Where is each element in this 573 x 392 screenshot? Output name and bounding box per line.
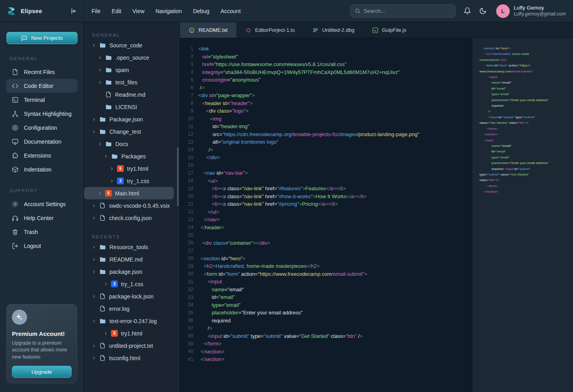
chevron-right-icon[interactable]	[92, 294, 96, 298]
dark-mode-moon-icon[interactable]	[479, 7, 487, 15]
chevron-right-icon[interactable]	[92, 216, 96, 220]
chevron-right-icon[interactable]	[98, 142, 102, 146]
chevron-right-icon[interactable]	[92, 319, 96, 323]
code-line[interactable]: 4 integrity="sha384-50oBUHEmvpQ+1lW4y57P…	[180, 68, 472, 76]
code-line[interactable]: 18 <ul>	[180, 177, 472, 185]
code-line[interactable]: 11 id="header-img"	[180, 123, 472, 131]
code-line[interactable]: 6 />	[180, 84, 472, 92]
tab-gulpfile-js[interactable]: js GulpFile.js	[363, 22, 415, 38]
tree-item[interactable]: 5 try1.html	[84, 327, 179, 339]
code-line[interactable]: 40 </section>	[180, 348, 472, 356]
upgrade-button[interactable]: Upgrade	[12, 366, 72, 378]
tree-item[interactable]: 3 try_1.css	[84, 278, 179, 290]
tree-item[interactable]: check.config.json	[84, 212, 179, 224]
code-line[interactable]: 20 <li><a class="nav-link" href="#how-it…	[180, 193, 472, 201]
code-line[interactable]: 7 <div id="page-wrapper">	[180, 92, 472, 99]
menu-item-account[interactable]: Account	[220, 8, 241, 14]
chevron-right-icon[interactable]	[92, 344, 96, 348]
code-line[interactable]: 33 id="email"	[180, 293, 472, 301]
tree-item[interactable]: test_files	[84, 76, 179, 88]
sidebar-item-documentation[interactable]: Documentation	[6, 135, 78, 148]
chevron-right-icon[interactable]	[104, 282, 108, 286]
tree-item[interactable]: Change_test	[84, 125, 179, 138]
code-line[interactable]: 25	[180, 231, 472, 239]
user-account[interactable]: L Luffy Gemoy Luffy.gemoy@gmail.com	[496, 4, 566, 18]
code-line[interactable]: 14 />	[180, 146, 472, 154]
chevron-right-icon[interactable]	[92, 245, 96, 249]
code-line[interactable]: 31 <input	[180, 278, 472, 286]
chevron-right-icon[interactable]	[92, 130, 96, 134]
chevron-right-icon[interactable]	[92, 270, 96, 274]
collapse-sidebar-icon[interactable]	[70, 8, 77, 15]
tree-item[interactable]: swdc-vscode-0.5.45.vsix	[84, 199, 179, 212]
code-line[interactable]: 39 </form>	[180, 340, 472, 348]
tree-item[interactable]: Packages	[84, 150, 179, 162]
tree-item[interactable]: package.json	[84, 265, 179, 278]
chevron-right-icon[interactable]	[98, 68, 102, 72]
code-line[interactable]: 28 <section id="hero">	[180, 255, 472, 263]
sidebar-item-logout[interactable]: Logout	[6, 239, 78, 253]
tree-item[interactable]: error.log	[84, 302, 179, 315]
tree-item[interactable]: untlited-project.txt	[84, 339, 179, 352]
avatar[interactable]: L	[496, 4, 510, 18]
code-line[interactable]: 9 <div class="logo">	[180, 107, 472, 115]
chevron-right-icon[interactable]	[98, 80, 102, 84]
code-line[interactable]: 2 rel="stylesheet"	[180, 53, 472, 61]
code-line[interactable]: 38 <input id="submit" type="submit" valu…	[180, 332, 472, 340]
code-line[interactable]: 32 name="email"	[180, 286, 472, 294]
chevron-right-icon[interactable]	[110, 179, 114, 183]
tree-item[interactable]: 3 try_1.css	[84, 175, 179, 187]
code-line[interactable]: 26 <div class="container"></div>	[180, 239, 472, 247]
tree-item[interactable]: Readme.md	[84, 88, 179, 101]
chevron-right-icon[interactable]	[104, 332, 108, 335]
sidebar-item-help-center[interactable]: Help Center	[6, 211, 78, 225]
code-line[interactable]: 10 <img	[180, 115, 472, 123]
sidebar-item-syntax-highlighting[interactable]: Syntax Highlighting	[6, 107, 78, 121]
chevron-right-icon[interactable]	[92, 117, 96, 121]
tree-item[interactable]: README.md	[84, 253, 179, 265]
new-projects-button[interactable]: New Projects	[6, 32, 78, 44]
code-line[interactable]: 37 />	[180, 324, 472, 332]
tree-item[interactable]: tsconfig.html	[84, 352, 179, 364]
chevron-right-icon[interactable]	[92, 204, 96, 208]
code-line[interactable]: 12 src="https://cdn.freecodecamp.org/tes…	[180, 131, 472, 138]
menu-item-navigation[interactable]: Navigation	[156, 8, 182, 14]
sidebar-item-terminal[interactable]: Terminal	[6, 93, 78, 107]
sidebar-item-extensions[interactable]: Extensions	[6, 148, 78, 162]
chevron-right-icon[interactable]	[98, 191, 102, 195]
chevron-right-icon[interactable]	[104, 154, 108, 158]
minimap[interactable]: <section id="hero"><h2>Handcrafted, home…	[472, 38, 573, 392]
code-line[interactable]: 30 <form id="form" action="https://www.f…	[180, 270, 472, 278]
code-line[interactable]: 35 placeholder="Enter your email address…	[180, 309, 472, 317]
code-line[interactable]: 36 required	[180, 317, 472, 325]
code-line[interactable]: 34 type="email"	[180, 301, 472, 309]
menu-item-edit[interactable]: Edit	[112, 8, 121, 14]
chevron-right-icon[interactable]	[98, 56, 102, 60]
code-line[interactable]: 8 <header id="header">	[180, 99, 472, 107]
sidebar-item-configuration[interactable]: Configuration	[6, 121, 78, 135]
tree-item[interactable]: .open_source	[84, 51, 179, 64]
code-line[interactable]: 1 <link	[180, 45, 472, 53]
tree-item[interactable]: Source_code	[84, 39, 179, 51]
code-line[interactable]: 16	[180, 162, 472, 170]
sidebar-item-code-editor[interactable]: Code Editor	[6, 79, 78, 93]
tree-item[interactable]: Docs	[84, 138, 179, 150]
menu-item-debug[interactable]: Debug	[193, 8, 209, 14]
sidebar-item-account-settings[interactable]: Account Settings	[6, 197, 78, 211]
tab-editorporject-1-ts[interactable]: EditorPorject-1.ts	[236, 22, 304, 38]
chevron-right-icon[interactable]	[92, 257, 96, 261]
tree-item[interactable]: 5 try1.html	[84, 162, 179, 175]
tree-item[interactable]: text-error-0.247.log	[84, 315, 179, 327]
sidebar-item-recent-files[interactable]: Recent Files	[6, 65, 78, 79]
tree-item[interactable]: spam	[84, 64, 179, 76]
chevron-right-icon[interactable]	[110, 167, 114, 171]
tree-item[interactable]: 5 Main.html	[84, 187, 174, 199]
code-line[interactable]: 41 </section>	[180, 355, 472, 363]
sidebar-item-trash[interactable]: Trash	[6, 225, 78, 239]
code-line[interactable]: 29 <h2>Handcrafted, home-made masterpiec…	[180, 262, 472, 270]
chevron-right-icon[interactable]	[92, 356, 96, 360]
menu-item-file[interactable]: File	[92, 8, 101, 14]
tree-item[interactable]: LICENSI	[84, 101, 179, 113]
notifications-bell-icon[interactable]	[464, 7, 471, 15]
code-line[interactable]: 23 </nav>	[180, 216, 472, 224]
